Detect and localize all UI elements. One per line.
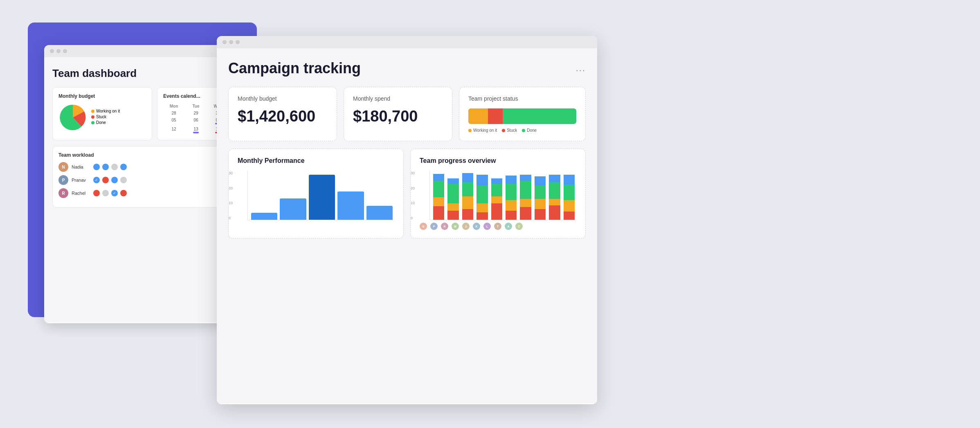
tps-seg-stuck bbox=[488, 108, 503, 124]
dot-9 bbox=[102, 190, 109, 196]
stacked-seg-8-1 bbox=[549, 199, 560, 205]
monthly-budget-kpi-card: Monthly budget $1,420,600 bbox=[228, 87, 337, 141]
stacked-seg-0-0 bbox=[433, 206, 444, 220]
stacked-seg-2-0 bbox=[462, 209, 473, 220]
td-budget-label: Monthly budget bbox=[58, 93, 146, 99]
stacked-col-7 bbox=[535, 171, 546, 220]
stacked-seg-6-3 bbox=[520, 175, 531, 181]
team-progress-title: Team progress overview bbox=[420, 157, 576, 164]
monthly-spend-value: $180,700 bbox=[353, 108, 443, 125]
bar-1 bbox=[280, 198, 306, 220]
tps-seg-done bbox=[503, 108, 576, 124]
avatar-row: NPRMJKLTAC bbox=[420, 223, 576, 230]
legend-working: Working on it bbox=[91, 109, 120, 113]
dot-7 bbox=[120, 177, 127, 183]
tps-legend-working: Working on it bbox=[468, 128, 497, 133]
progress-avatar-2: R bbox=[441, 223, 448, 230]
stacked-col-3 bbox=[477, 171, 488, 220]
bar-4 bbox=[366, 206, 393, 220]
progress-avatar-4: J bbox=[462, 223, 470, 230]
dot-6 bbox=[111, 177, 118, 183]
legend-dot-stuck bbox=[91, 115, 94, 119]
stacked-seg-2-1 bbox=[462, 196, 473, 209]
bar-col-3 bbox=[337, 191, 364, 220]
tps-stacked-bar bbox=[468, 108, 576, 124]
bottom-charts-row: Monthly Performance 30 20 10 0 Team prog… bbox=[228, 149, 586, 239]
stacked-seg-6-0 bbox=[520, 207, 531, 220]
stacked-col-5 bbox=[506, 171, 517, 220]
stacked-seg-7-3 bbox=[535, 176, 546, 185]
stacked-seg-4-0 bbox=[491, 203, 502, 220]
pie-container: Working on it Stuck Done bbox=[58, 103, 146, 132]
stacked-seg-6-2 bbox=[520, 181, 531, 199]
tps-dot-done bbox=[522, 129, 525, 132]
cal-28: 28 bbox=[163, 110, 184, 116]
bar-col-0 bbox=[251, 213, 277, 220]
dot-5 bbox=[102, 177, 109, 183]
stacked-seg-3-3 bbox=[477, 175, 488, 185]
team-progress-card: Team progress overview 30 20 10 0 NPRMJK… bbox=[410, 149, 586, 239]
tps-legend: Working on it Stuck Done bbox=[468, 128, 576, 133]
bar-0 bbox=[251, 213, 277, 220]
stacked-seg-3-1 bbox=[477, 203, 488, 212]
progress-avatar-0: N bbox=[420, 223, 427, 230]
monthly-performance-card: Monthly Performance 30 20 10 0 bbox=[228, 149, 404, 239]
team-progress-stacked-chart bbox=[429, 171, 576, 220]
cal-tue: Tue bbox=[185, 103, 207, 109]
bar-3 bbox=[337, 191, 364, 220]
stacked-seg-1-2 bbox=[447, 184, 459, 203]
legend-dot-working bbox=[91, 110, 94, 113]
tps-dot-working bbox=[468, 129, 472, 132]
bar-col-4 bbox=[366, 206, 393, 220]
avatar-rachel: R bbox=[58, 188, 68, 198]
progress-avatar-3: M bbox=[452, 223, 459, 230]
monthly-performance-bar-chart bbox=[247, 171, 394, 220]
dot-4 bbox=[120, 164, 127, 170]
progress-avatar-9: C bbox=[515, 223, 523, 230]
pie-legend: Working on it Stuck Done bbox=[91, 109, 120, 126]
monthly-budget-label: Monthly budget bbox=[238, 95, 328, 102]
name-pranav: Pranav bbox=[72, 178, 90, 182]
more-options-button[interactable]: ... bbox=[576, 63, 586, 74]
stacked-seg-3-2 bbox=[477, 185, 488, 203]
stacked-col-8 bbox=[549, 171, 560, 220]
stacked-seg-1-1 bbox=[447, 203, 459, 211]
tps-bar bbox=[468, 108, 576, 124]
stacked-seg-9-3 bbox=[564, 175, 575, 185]
monthly-performance-title: Monthly Performance bbox=[238, 157, 394, 164]
bar-2 bbox=[309, 175, 335, 220]
stacked-seg-7-0 bbox=[535, 209, 546, 220]
dot-1 bbox=[93, 164, 100, 170]
stacked-seg-9-0 bbox=[564, 212, 575, 220]
stacked-seg-7-1 bbox=[535, 199, 546, 209]
campaign-dot-3 bbox=[236, 40, 240, 44]
stacked-chart-wrapper: 30 20 10 0 bbox=[420, 171, 576, 220]
stacked-seg-1-3 bbox=[447, 178, 459, 184]
stacked-seg-0-3 bbox=[433, 174, 444, 181]
stacked-seg-8-3 bbox=[549, 175, 560, 182]
stacked-col-4 bbox=[491, 171, 502, 220]
stacked-seg-9-1 bbox=[564, 200, 575, 212]
dot-10 bbox=[120, 190, 127, 196]
campaign-dot-1 bbox=[223, 40, 227, 44]
name-nadia: Nadia bbox=[72, 164, 90, 169]
progress-avatar-8: A bbox=[505, 223, 512, 230]
progress-avatar-7: T bbox=[494, 223, 501, 230]
bar-col-2 bbox=[309, 175, 335, 220]
legend-dot-done bbox=[91, 121, 94, 124]
legend-done: Done bbox=[91, 120, 120, 125]
check-1: ✓ bbox=[93, 177, 100, 183]
avatar-nadia: N bbox=[58, 162, 68, 172]
window-dot-1 bbox=[50, 49, 54, 53]
dot-3 bbox=[111, 164, 118, 170]
monthly-budget-value: $1,420,600 bbox=[238, 108, 328, 125]
stacked-seg-3-0 bbox=[477, 212, 488, 220]
stacked-seg-7-2 bbox=[535, 185, 546, 199]
window-dot-3 bbox=[63, 49, 67, 53]
progress-avatar-1: P bbox=[430, 223, 438, 230]
stacked-seg-0-1 bbox=[433, 197, 444, 206]
campaign-title: Campaign tracking bbox=[228, 60, 361, 77]
cal-29: 29 bbox=[185, 110, 207, 116]
cal-mon: Mon bbox=[163, 103, 184, 109]
stacked-seg-9-2 bbox=[564, 185, 575, 200]
